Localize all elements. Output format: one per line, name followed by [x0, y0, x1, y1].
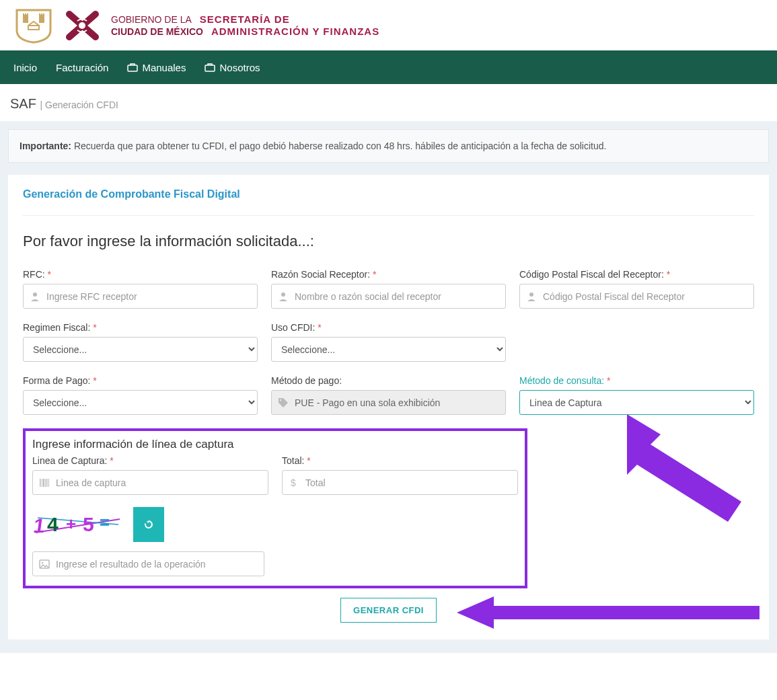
nav-manuales-label: Manuales: [142, 62, 186, 73]
panel-subtitle: Por favor ingrese la información solicit…: [23, 233, 754, 250]
captcha-refresh-button[interactable]: [133, 507, 164, 542]
metodo-consulta-label: Método de consulta: *: [519, 375, 754, 386]
divider: [23, 215, 754, 216]
svg-rect-7: [43, 13, 44, 15]
nav-nosotros[interactable]: Nosotros: [205, 62, 260, 73]
sec-line2: ADMINISTRACIÓN Y FINANZAS: [211, 26, 379, 38]
svg-rect-0: [23, 15, 28, 23]
svg-rect-6: [41, 13, 42, 15]
razon-label: Razón Social Receptor: *: [271, 269, 506, 280]
svg-rect-4: [27, 13, 28, 15]
annotation-arrow-1: [600, 407, 748, 529]
regimen-label: Regimen Fiscal: *: [23, 322, 258, 333]
metodo-pago-input: [271, 390, 506, 415]
nav-facturacion[interactable]: Facturación: [56, 62, 108, 73]
gov-line1a: GOBIERNO DE LA: [111, 14, 192, 26]
captcha-input[interactable]: [32, 551, 264, 576]
header-top: GOBIERNO DE LA SECRETARÍA DE CIUDAD DE M…: [0, 0, 777, 50]
svg-rect-5: [39, 13, 40, 15]
svg-point-14: [280, 399, 281, 400]
svg-rect-3: [25, 13, 26, 15]
svg-point-13: [529, 293, 533, 297]
breadcrumb-sub: | Generación CFDI: [40, 100, 118, 110]
svg-rect-10: [205, 65, 215, 71]
navbar: Inicio Facturación Manuales Nosotros: [0, 50, 777, 84]
annotation-arrow-2: [453, 594, 763, 631]
total-input[interactable]: [282, 470, 518, 495]
briefcase-icon: [127, 63, 138, 72]
svg-text:=: =: [100, 512, 110, 533]
uso-select[interactable]: Seleccione...: [271, 337, 506, 362]
svg-text:4: 4: [47, 513, 59, 535]
svg-text:5: 5: [83, 513, 94, 535]
nav-manuales[interactable]: Manuales: [127, 62, 186, 73]
nav-inicio[interactable]: Inicio: [13, 62, 37, 73]
uso-label: Uso CFDI: *: [271, 322, 506, 333]
generate-cfdi-button[interactable]: GENERAR CFDI: [340, 598, 437, 623]
nav-nosotros-label: Nosotros: [219, 62, 260, 73]
form-panel: Generación de Comprobante Fiscal Digital…: [8, 175, 769, 639]
alert-label: Importante:: [20, 141, 71, 151]
capture-title: Ingrese información de línea de captura: [32, 438, 518, 451]
briefcase-icon: [205, 63, 215, 72]
svg-rect-2: [23, 13, 24, 15]
razon-input[interactable]: [271, 284, 506, 309]
barcode-icon: [39, 477, 50, 488]
dollar-icon: $: [289, 477, 299, 488]
forma-select[interactable]: Seleccione...: [23, 390, 258, 415]
nav-inicio-label: Inicio: [13, 62, 37, 73]
person-icon: [526, 291, 537, 302]
forma-label: Forma de Pago: *: [23, 375, 258, 386]
regimen-select[interactable]: Seleccione...: [23, 337, 258, 362]
svg-rect-19: [45, 479, 46, 487]
person-icon: [30, 291, 40, 302]
svg-marker-32: [457, 596, 760, 629]
svg-point-11: [33, 293, 37, 297]
svg-rect-20: [46, 479, 48, 487]
alert-text: Recuerda que para obtener tu CFDI, el pa…: [71, 141, 606, 151]
linea-captura-box: Ingrese información de línea de captura …: [23, 428, 527, 588]
form-row-2: Regimen Fiscal: * Seleccione... Uso CFDI…: [23, 322, 754, 362]
form-row-3: Forma de Pago: * Seleccione... Método de…: [23, 375, 754, 415]
svg-marker-15: [627, 414, 741, 522]
linea-label: Linea de Captura: *: [32, 455, 268, 466]
important-alert: Importante: Recuerda que para obtener tu…: [8, 129, 769, 163]
cdmx-x-logo: [64, 9, 101, 42]
panel-title: Generación de Comprobante Fiscal Digital: [23, 188, 754, 200]
form-row-1: RFC: * Razón Social Receptor: * Código P…: [23, 269, 754, 309]
captcha-row: 1 4 + 5 =: [32, 507, 518, 542]
linea-input[interactable]: [32, 470, 268, 495]
svg-point-12: [281, 293, 285, 297]
svg-rect-18: [43, 479, 44, 487]
metodo-pago-label: Método de pago:: [271, 375, 506, 386]
svg-rect-17: [42, 479, 42, 487]
svg-rect-9: [128, 65, 137, 71]
svg-point-31: [42, 561, 44, 563]
svg-text:+: +: [66, 514, 76, 534]
svg-text:1: 1: [32, 514, 46, 537]
refresh-icon: [143, 519, 154, 530]
image-icon: [39, 559, 50, 570]
total-label: Total: *: [282, 455, 518, 466]
generate-row: GENERAR CFDI: [23, 598, 754, 623]
svg-rect-1: [39, 15, 44, 23]
rfc-input[interactable]: [23, 284, 258, 309]
nav-facturacion-label: Facturación: [56, 62, 108, 73]
cdmx-shield-logo: [13, 7, 54, 44]
cp-input[interactable]: [519, 284, 754, 309]
cp-label: Código Postal Fiscal del Receptor: *: [519, 269, 754, 280]
svg-rect-21: [48, 479, 49, 487]
svg-rect-16: [40, 479, 41, 487]
rfc-label: RFC: *: [23, 269, 258, 280]
header-text: GOBIERNO DE LA SECRETARÍA DE CIUDAD DE M…: [111, 13, 379, 38]
gov-line2a: CIUDAD DE MÉXICO: [111, 26, 203, 38]
tag-icon: [278, 397, 289, 408]
svg-text:$: $: [291, 477, 296, 488]
person-icon: [278, 291, 289, 302]
captcha-image: 1 4 + 5 =: [32, 511, 126, 538]
breadcrumb: SAF | Generación CFDI: [0, 84, 777, 121]
svg-point-8: [79, 22, 85, 29]
sec-line1: SECRETARÍA DE: [200, 13, 290, 26]
page-body: Importante: Recuerda que para obtener tu…: [0, 121, 777, 653]
breadcrumb-main: SAF: [10, 96, 36, 111]
